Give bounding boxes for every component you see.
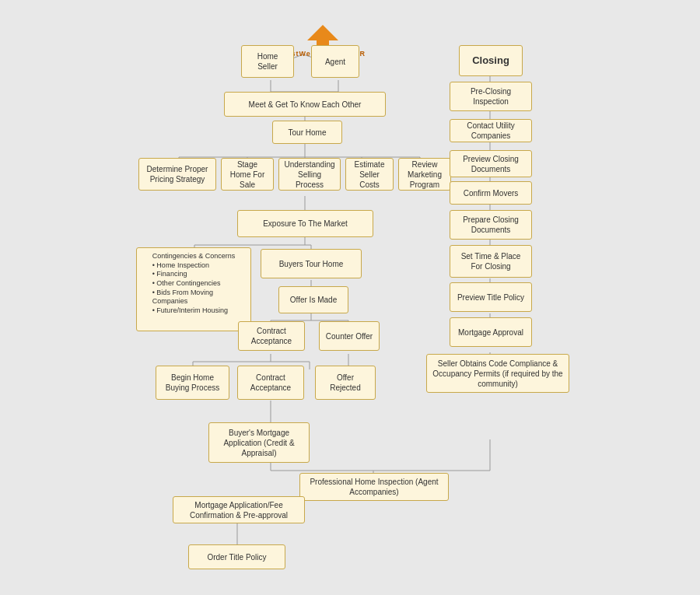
professional-inspection-box: Professional Home Inspection (Agent Acco… — [299, 473, 449, 501]
preview-closing-docs-box: Preview Closing Documents — [450, 150, 532, 177]
mortgage-app-fee-box: Mortgage Application/Fee Confirmation & … — [173, 496, 305, 523]
contract-acceptance1-box: Contract Acceptance — [238, 321, 305, 351]
logo-icon — [299, 23, 346, 47]
order-title-box: Order Title Policy — [188, 544, 285, 569]
determine-pricing-box: Determine Proper Pricing Strategy — [138, 158, 216, 191]
counter-offer-box: Counter Offer — [319, 321, 380, 351]
preview-title-box: Preview Title Policy — [450, 282, 532, 312]
contact-utility-box: Contact Utility Companies — [450, 119, 532, 142]
meet-greet-box: Meet & Get To Know Each Other — [224, 92, 386, 117]
begin-home-box: Begin Home Buying Process — [156, 366, 229, 400]
review-marketing-box: Review Marketing Program — [398, 158, 451, 191]
estimate-seller-box: Estimate Seller Costs — [345, 158, 394, 191]
closing-box: Closing — [459, 45, 523, 76]
contract-acceptance2-box: Contract Acceptance — [237, 366, 304, 400]
contingencies-box: Contingencies & Concerns • Home Inspecti… — [136, 247, 251, 331]
tour-home-box: Tour Home — [272, 121, 342, 144]
mortgage-approval-box: Mortgage Approval — [450, 317, 532, 347]
connectors-svg — [0, 0, 700, 595]
offer-rejected-box: Offer Rejected — [315, 366, 376, 400]
stage-home-box: Stage Home For Sale — [221, 158, 274, 191]
buyers-mortgage-box: Buyer's Mortgage Application (Credit & A… — [208, 422, 310, 463]
offer-made-box: Offer Is Made — [278, 286, 348, 313]
prepare-closing-box: Prepare Closing Documents — [450, 210, 532, 240]
buyers-tour-box: Buyers Tour Home — [261, 249, 362, 278]
pre-closing-box: Pre-Closing Inspection — [450, 82, 532, 111]
confirm-movers-box: Confirm Movers — [450, 181, 532, 205]
understanding-selling-box: Understanding Selling Process — [278, 158, 341, 191]
seller-obtains-box: Seller Obtains Code Compliance & Occupan… — [426, 354, 569, 393]
home-seller-box: Home Seller — [241, 45, 294, 78]
agent-box: Agent — [311, 45, 359, 78]
svg-rect-48 — [317, 37, 329, 45]
diagram-container: FirstWeber REALTOR Home Seller Agent Clo… — [0, 0, 700, 595]
set-time-box: Set Time & Place For Closing — [450, 245, 532, 278]
exposure-market-box: Exposure To The Market — [237, 210, 373, 237]
